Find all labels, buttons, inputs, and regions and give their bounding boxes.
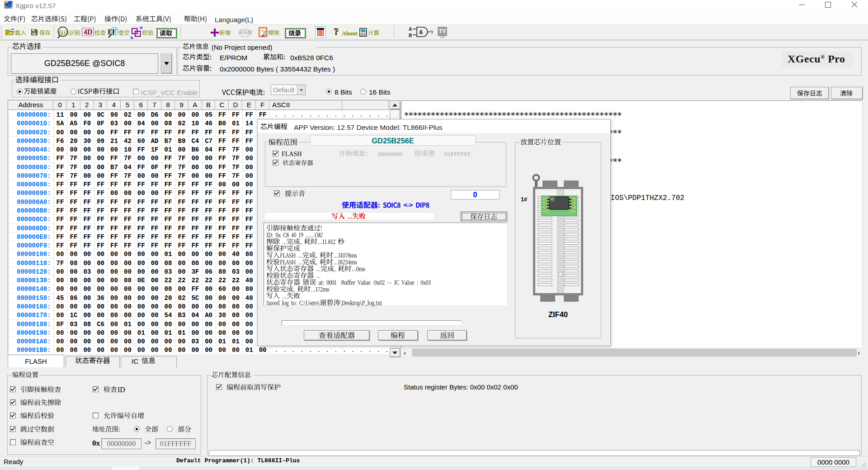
svg-text:&: & [419,29,423,35]
svg-text:B: B [409,33,412,38]
svg-text:Y: Y [430,29,433,35]
svg-text:A: A [409,27,412,32]
